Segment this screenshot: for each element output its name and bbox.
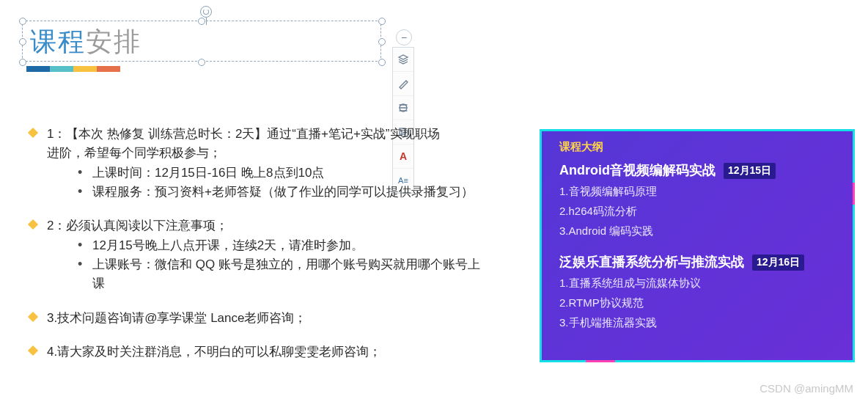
card-tick bbox=[540, 161, 542, 174]
section2-title-text: 泛娱乐直播系统分析与推流实战 bbox=[559, 255, 744, 269]
item3-text: 3.技术问题咨询请@享学课堂 Lance老师咨询； bbox=[47, 311, 306, 325]
section1-title: Android音视频编解码实战 12月15日 bbox=[559, 161, 835, 179]
diamond-bullet-icon bbox=[28, 128, 38, 138]
item4-text: 4.请大家及时关注群消息，不明白的可以私聊雯雯老师咨询； bbox=[47, 345, 381, 359]
item1-sub1-text: 上课时间：12月15日-16日 晚上8点到10点 bbox=[92, 166, 324, 180]
item1-text-a: 1：【本次 热修复 训练营总时长：2天】通过“直播+笔记+实战”实现职场 bbox=[47, 127, 440, 141]
underline-segment bbox=[50, 66, 73, 72]
title-part1: 课程 bbox=[30, 26, 86, 56]
selection-handle[interactable] bbox=[198, 18, 205, 25]
card-tick bbox=[853, 183, 855, 205]
diamond-bullet-icon bbox=[28, 345, 38, 356]
underline-segment bbox=[73, 66, 97, 72]
bullet-item-4: 4.请大家及时关注群消息，不明白的可以私聊雯雯老师咨询； bbox=[26, 343, 510, 362]
sub-item: 上课时间：12月15日-16日 晚上8点到10点 bbox=[78, 164, 510, 183]
section1-row2: 2.h264码流分析 bbox=[559, 205, 835, 219]
align-icon[interactable] bbox=[393, 96, 413, 120]
zoom-out-label: − bbox=[401, 32, 407, 43]
card-tick bbox=[540, 318, 542, 331]
item1-text-b: 进阶，希望每个同学积极参与； bbox=[47, 146, 221, 160]
selection-handle[interactable] bbox=[378, 59, 386, 66]
diamond-bullet-icon bbox=[28, 219, 38, 230]
item2-text: 2：必须认真阅读以下注意事项； bbox=[47, 219, 228, 233]
content-area: 1：【本次 热修复 训练营总时长：2天】通过“直播+笔记+实战”实现职场 进阶，… bbox=[26, 125, 510, 369]
sub-item: 上课账号：微信和 QQ 账号是独立的，用哪个账号购买就用哪个账号上 课 bbox=[78, 255, 510, 294]
title-textbox[interactable]: 课程安排 bbox=[22, 21, 381, 62]
selection-handle[interactable] bbox=[19, 18, 26, 25]
section1-row3: 3.Android 编码实践 bbox=[559, 224, 835, 238]
watermark: CSDN @amingMM bbox=[760, 382, 853, 395]
section1-row1: 1.音视频编解码原理 bbox=[559, 185, 835, 199]
slide-canvas: − 课程安排 A A≡ 1：【本次 热修复 训练营总时长 bbox=[0, 0, 868, 399]
sub-item: 12月15号晚上八点开课，连续2天，请准时参加。 bbox=[78, 236, 510, 255]
section2-date-badge: 12月16日 bbox=[752, 255, 804, 271]
course-outline-card: 课程大纲 Android音视频编解码实战 12月15日 1.音视频编解码原理 2… bbox=[540, 129, 855, 362]
title-underline bbox=[26, 66, 120, 72]
bullet-item-3: 3.技术问题咨询请@享学课堂 Lance老师咨询； bbox=[26, 309, 510, 328]
item1-sub2-text: 课程服务：预习资料+老师答疑（做了作业的同学可以提供录播复习） bbox=[92, 185, 474, 199]
diamond-bullet-icon bbox=[28, 312, 38, 322]
bullet-item-2: 2：必须认真阅读以下注意事项； 12月15号晚上八点开课，连续2天，请准时参加。… bbox=[26, 216, 510, 293]
card-tick bbox=[586, 360, 615, 362]
section2-row2: 2.RTMP协议规范 bbox=[559, 296, 835, 310]
selection-handle[interactable] bbox=[198, 59, 205, 66]
item2-sub2a-text: 上课账号：微信和 QQ 账号是独立的，用哪个账号购买就用哪个账号上 bbox=[92, 257, 480, 271]
zoom-out-button[interactable]: − bbox=[396, 29, 412, 45]
card-tick bbox=[779, 360, 809, 362]
selection-handle[interactable] bbox=[378, 18, 386, 25]
underline-segment bbox=[97, 66, 120, 72]
section1-date-badge: 12月15日 bbox=[724, 163, 776, 179]
section1-title-text: Android音视频编解码实战 bbox=[559, 163, 716, 177]
item2-sub1-text: 12月15号晚上八点开课，连续2天，请准时参加。 bbox=[92, 238, 364, 252]
item2-sub2b-text: 课 bbox=[92, 277, 105, 290]
section2-row3: 3.手机端推流器实践 bbox=[559, 316, 835, 330]
layers-icon[interactable] bbox=[393, 48, 413, 72]
section2-row1: 1.直播系统组成与流媒体协议 bbox=[559, 277, 835, 290]
sub-item: 课程服务：预习资料+老师答疑（做了作业的同学可以提供录播复习） bbox=[78, 183, 510, 202]
selection-handle[interactable] bbox=[19, 59, 26, 66]
card-header: 课程大纲 bbox=[559, 140, 835, 154]
selection-handle[interactable] bbox=[378, 38, 386, 45]
title-part2: 安排 bbox=[86, 26, 141, 56]
selection-handle[interactable] bbox=[19, 38, 26, 45]
underline-segment bbox=[26, 66, 50, 72]
brush-icon[interactable] bbox=[393, 72, 413, 96]
card-tick bbox=[853, 301, 855, 323]
section2-title: 泛娱乐直播系统分析与推流实战 12月16日 bbox=[559, 253, 835, 271]
bullet-item-1: 1：【本次 热修复 训练营总时长：2天】通过“直播+笔记+实战”实现职场 进阶，… bbox=[26, 125, 510, 202]
